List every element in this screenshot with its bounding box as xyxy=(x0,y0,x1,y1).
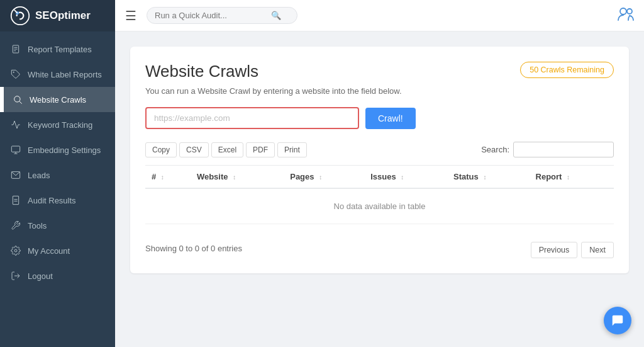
sidebar-item-label: White Label Reports xyxy=(28,70,102,79)
url-input[interactable] xyxy=(145,107,359,129)
page-title: Website Crawls xyxy=(145,62,258,81)
sidebar-nav: Report Templates White Label Reports Web… xyxy=(0,31,115,347)
sidebar-item-label: My Account xyxy=(28,246,70,256)
no-data-cell: No data available in table xyxy=(145,188,614,224)
embed-icon xyxy=(10,144,21,156)
crawls-remaining-badge: 50 Crawls Remaining xyxy=(520,62,614,78)
content-area: Website Crawls 50 Crawls Remaining You c… xyxy=(115,31,644,347)
user-menu-button[interactable] xyxy=(618,7,634,25)
logo-icon xyxy=(10,6,30,26)
sidebar-item-my-account[interactable]: My Account xyxy=(0,238,115,263)
previous-button[interactable]: Previous xyxy=(531,242,578,258)
sidebar-item-label: Audit Results xyxy=(28,196,76,205)
logout-icon xyxy=(10,270,21,282)
sidebar: SEOptimer Report Templates White Label R… xyxy=(0,0,115,347)
next-button[interactable]: Next xyxy=(581,242,614,258)
sort-icon: ↕ xyxy=(161,174,164,181)
sort-icon: ↕ xyxy=(567,174,570,181)
logo-text: SEOptimer xyxy=(35,9,91,22)
search-label: Search: xyxy=(481,145,509,154)
pdf-button[interactable]: PDF xyxy=(246,142,275,157)
svg-point-16 xyxy=(14,249,17,252)
chart-icon xyxy=(10,119,21,130)
sort-icon: ↕ xyxy=(233,174,236,181)
chat-icon xyxy=(611,314,625,327)
csv-button[interactable]: CSV xyxy=(179,142,209,157)
svg-point-0 xyxy=(11,7,29,25)
svg-point-6 xyxy=(13,72,14,72)
search-icon: 🔍 xyxy=(271,11,281,20)
sort-icon: ↕ xyxy=(319,174,322,181)
chat-fab-button[interactable] xyxy=(604,307,631,334)
table-controls: Copy CSV Excel PDF Print Search: xyxy=(145,142,614,157)
sidebar-item-logout[interactable]: Logout xyxy=(0,263,115,288)
table-export-buttons: Copy CSV Excel PDF Print xyxy=(145,142,307,157)
main-area: ☰ 🔍 Website Crawls 50 Crawls Remaining Y… xyxy=(115,0,644,347)
svg-point-19 xyxy=(627,9,632,14)
gear-icon xyxy=(10,245,21,256)
sidebar-item-label: Leads xyxy=(28,171,50,180)
quick-audit-search[interactable]: 🔍 xyxy=(147,7,297,24)
sidebar-item-label: Logout xyxy=(28,271,53,281)
col-status: Status ↕ xyxy=(447,166,530,189)
svg-rect-13 xyxy=(13,196,18,204)
svg-line-8 xyxy=(19,101,22,104)
col-report: Report ↕ xyxy=(530,166,614,189)
crawls-table: # ↕ Website ↕ Pages ↕ Issues xyxy=(145,165,614,224)
sort-icon: ↕ xyxy=(401,174,404,181)
search-icon xyxy=(12,94,23,105)
svg-point-18 xyxy=(620,8,626,14)
website-crawls-card: Website Crawls 50 Crawls Remaining You c… xyxy=(130,47,629,273)
sidebar-item-keyword-tracking[interactable]: Keyword Tracking xyxy=(0,112,115,137)
clipboard-icon xyxy=(10,195,21,206)
sidebar-item-white-label-reports[interactable]: White Label Reports xyxy=(0,62,115,87)
sidebar-item-report-templates[interactable]: Report Templates xyxy=(0,37,115,62)
sidebar-item-label: Website Crawls xyxy=(30,95,86,105)
print-button[interactable]: Print xyxy=(277,142,307,157)
page-description: You can run a Website Crawl by entering … xyxy=(145,86,614,96)
url-input-row: Crawl! xyxy=(145,107,614,129)
search-input[interactable] xyxy=(155,11,271,20)
hamburger-menu-button[interactable]: ☰ xyxy=(125,8,136,23)
file-icon xyxy=(10,43,21,55)
sidebar-item-tools[interactable]: Tools xyxy=(0,213,115,238)
sidebar-item-website-crawls[interactable]: Website Crawls xyxy=(0,87,115,112)
col-pages: Pages ↕ xyxy=(284,166,364,189)
crawl-button[interactable]: Crawl! xyxy=(365,108,416,129)
copy-button[interactable]: Copy xyxy=(145,142,177,157)
svg-point-7 xyxy=(14,96,20,102)
tag-icon xyxy=(10,69,21,80)
col-num: # ↕ xyxy=(145,166,191,189)
sidebar-item-label: Embedding Settings xyxy=(28,145,101,155)
sidebar-item-embedding-settings[interactable]: Embedding Settings xyxy=(0,137,115,162)
sidebar-item-label: Keyword Tracking xyxy=(28,120,92,130)
showing-entries: Showing 0 to 0 of 0 entries xyxy=(145,244,242,253)
topbar: ☰ 🔍 xyxy=(115,0,644,31)
sidebar-item-label: Tools xyxy=(28,221,47,230)
sidebar-item-audit-results[interactable]: Audit Results xyxy=(0,188,115,213)
svg-rect-9 xyxy=(11,146,19,152)
sidebar-item-leads[interactable]: Leads xyxy=(0,162,115,188)
sort-icon: ↕ xyxy=(483,174,486,181)
page-header: Website Crawls 50 Crawls Remaining xyxy=(145,62,614,81)
sidebar-logo[interactable]: SEOptimer xyxy=(0,0,115,31)
mail-icon xyxy=(10,169,21,181)
col-issues: Issues ↕ xyxy=(364,166,447,189)
excel-button[interactable]: Excel xyxy=(211,142,243,157)
col-website: Website ↕ xyxy=(191,166,284,189)
pagination: Previous Next xyxy=(531,242,614,258)
tool-icon xyxy=(10,220,21,231)
table-search-input[interactable] xyxy=(513,142,614,157)
sidebar-item-label: Report Templates xyxy=(28,45,92,54)
